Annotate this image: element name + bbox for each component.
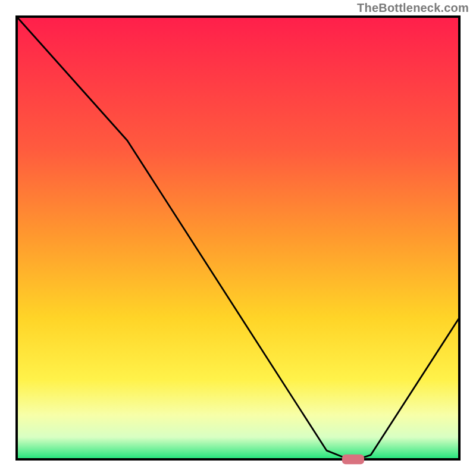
bottleneck-chart <box>0 0 476 476</box>
optimum-marker <box>342 455 364 464</box>
plot-background <box>17 17 459 459</box>
